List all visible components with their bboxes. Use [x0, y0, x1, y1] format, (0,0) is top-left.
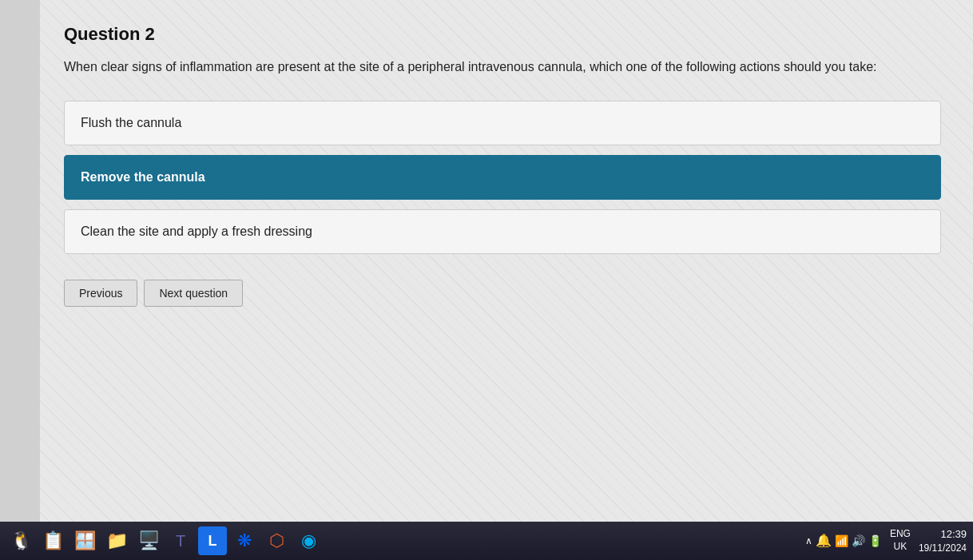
- main-content: Question 2 When clear signs of inflammat…: [0, 0, 973, 522]
- answer-option-2[interactable]: Remove the cannula: [64, 155, 941, 200]
- taskbar-icon-4[interactable]: 🖥️: [134, 526, 163, 555]
- system-tray-icons: ∧ 🔔 📶 🔊 🔋: [805, 533, 882, 548]
- answer-option-3[interactable]: Clean the site and apply a fresh dressin…: [64, 209, 941, 254]
- taskbar-icon-0[interactable]: 🐧: [6, 526, 35, 555]
- taskbar-icon-2[interactable]: 🪟: [70, 526, 99, 555]
- taskbar: 🐧 📋 🪟 📁 🖥️ T L ❋ ⬡ ◉ ∧ 🔔 📶 🔊 🔋 ENG UK 12…: [0, 522, 973, 560]
- left-sidebar: [0, 0, 40, 522]
- notifications-icon[interactable]: 🔔: [816, 533, 832, 548]
- question-number: Question 2: [64, 24, 941, 45]
- clock-date: 19/11/2024: [919, 542, 967, 555]
- language-code: ENG: [890, 528, 911, 541]
- chevron-up-icon[interactable]: ∧: [805, 535, 812, 546]
- clock-time: 12:39: [919, 527, 967, 542]
- taskbar-right: ∧ 🔔 📶 🔊 🔋 ENG UK 12:39 19/11/2024: [805, 527, 967, 555]
- previous-button[interactable]: Previous: [64, 280, 137, 307]
- taskbar-icon-6[interactable]: L: [198, 526, 227, 555]
- next-question-button[interactable]: Next question: [144, 280, 243, 307]
- language-indicator[interactable]: ENG UK: [890, 528, 911, 553]
- taskbar-icon-3[interactable]: 📁: [102, 526, 131, 555]
- taskbar-icon-8[interactable]: ⬡: [262, 526, 291, 555]
- wifi-icon[interactable]: 📶: [835, 534, 848, 547]
- navigation-buttons: Previous Next question: [64, 280, 941, 307]
- taskbar-icon-5[interactable]: T: [166, 526, 195, 555]
- answer-option-1[interactable]: Flush the cannula: [64, 101, 941, 145]
- taskbar-icon-7[interactable]: ❋: [230, 526, 259, 555]
- volume-icon[interactable]: 🔊: [852, 534, 865, 547]
- country-code: UK: [890, 541, 911, 554]
- clock[interactable]: 12:39 19/11/2024: [919, 527, 967, 555]
- taskbar-icon-9[interactable]: ◉: [294, 526, 323, 555]
- question-text: When clear signs of inflammation are pre…: [64, 58, 903, 77]
- battery-icon[interactable]: 🔋: [868, 534, 882, 547]
- taskbar-icon-1[interactable]: 📋: [38, 526, 67, 555]
